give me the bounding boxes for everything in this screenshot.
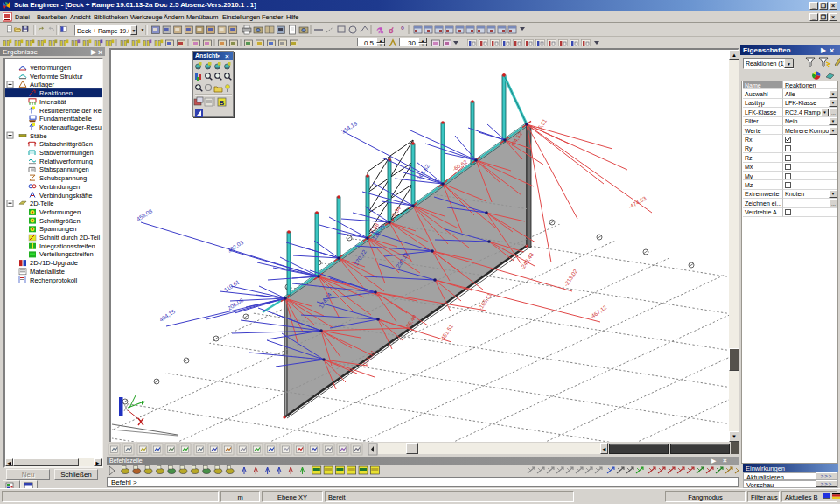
svg-text:404,15: 404,15 — [158, 308, 177, 323]
svg-text:Stabverformungen: Stabverformungen — [39, 149, 94, 157]
svg-text:-248,48: -248,48 — [519, 251, 535, 271]
svg-text:Stabschnittgrößen: Stabschnittgrößen — [39, 140, 93, 148]
svg-text:110,61: 110,61 — [223, 278, 241, 293]
svg-text:Resultierende der Reaktione: Resultierende der Reaktione — [39, 107, 102, 115]
svg-text:-213,02: -213,02 — [563, 268, 578, 288]
svg-text:Verbindungskräfte: Verbindungskräfte — [39, 192, 92, 200]
svg-text:314,19: 314,19 — [340, 120, 359, 135]
svg-text:206,08: 206,08 — [227, 297, 245, 312]
svg-text:Rechenprotokoll: Rechenprotokoll — [30, 276, 78, 284]
svg-text:Stäbe: Stäbe — [30, 132, 47, 140]
svg-text:B: B — [220, 99, 225, 107]
svg-text:°: ° — [401, 24, 404, 35]
svg-text:Fundamenttabelle: Fundamenttabelle — [39, 115, 92, 122]
svg-text:Auflager: Auflager — [30, 80, 54, 88]
svg-text:Verformte Struktur: Verformte Struktur — [30, 73, 83, 80]
svg-text:Integrationsstreifen: Integrationsstreifen — [39, 242, 95, 250]
svg-text:Materialliste: Materialliste — [30, 268, 65, 276]
svg-text:-451,51: -451,51 — [438, 323, 454, 343]
svg-text:Knotenauflager-Resultierenc: Knotenauflager-Resultierenc — [39, 123, 102, 131]
svg-text:Verformungen: Verformungen — [39, 208, 80, 216]
svg-text:-467,12: -467,12 — [589, 304, 608, 320]
svg-text:Spannungen: Spannungen — [39, 225, 77, 233]
svg-text:☌: ☌ — [388, 26, 394, 35]
svg-text:Reaktionen: Reaktionen — [39, 89, 73, 97]
svg-text:Schnitt durch 2D-Teil: Schnitt durch 2D-Teil — [39, 234, 101, 242]
svg-text:458,08: 458,08 — [136, 207, 154, 222]
svg-text:⚗: ⚗ — [376, 26, 383, 35]
svg-text:Schnittgrößen: Schnittgrößen — [39, 217, 80, 225]
svg-text:Stabspannungen: Stabspannungen — [39, 165, 89, 173]
svg-text:Intensität: Intensität — [39, 98, 66, 106]
svg-text:Schubspannung: Schubspannung — [39, 174, 87, 182]
svg-text:Verbindungen: Verbindungen — [39, 183, 80, 191]
svg-text:2D-/1D-Upgrade: 2D-/1D-Upgrade — [30, 259, 78, 267]
svg-text:2D-Teile: 2D-Teile — [30, 200, 54, 207]
svg-text:-165,51: -165,51 — [477, 291, 493, 312]
svg-text:Relativverformung: Relativverformung — [39, 158, 93, 165]
svg-text:Verteilungsstreifen: Verteilungsstreifen — [39, 250, 94, 258]
svg-text:Verformungen: Verformungen — [30, 64, 71, 72]
